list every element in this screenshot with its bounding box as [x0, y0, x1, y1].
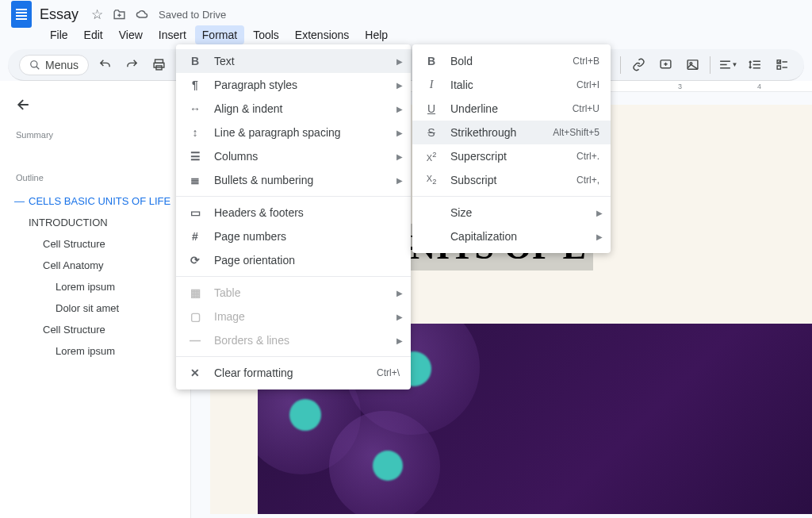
outline-item[interactable]: Dolor sit amet [11, 297, 174, 319]
star-icon[interactable]: ☆ [91, 6, 103, 23]
shortcut-label: Ctrl+I [576, 79, 599, 90]
menu-item-clear-formatting[interactable]: ✕Clear formattingCtrl+\ [176, 361, 411, 385]
bullets-numbering-icon: ≣ [187, 174, 203, 186]
menu-item-label: Headers & footers [214, 206, 304, 219]
insert-image-button[interactable] [681, 54, 703, 76]
menu-separator [412, 196, 611, 197]
redo-button[interactable] [121, 54, 143, 76]
menu-separator [176, 276, 411, 277]
shortcut-label: Ctrl+U [573, 103, 599, 114]
ruler-mark: 4 [757, 82, 761, 90]
line-spacing-button[interactable] [744, 54, 766, 76]
menu-item-label: Columns [214, 150, 258, 163]
back-button[interactable] [11, 89, 174, 124]
submenu-arrow-icon: ▶ [396, 336, 403, 345]
page-orientation-icon: ⟳ [187, 254, 203, 267]
submenu-arrow-icon: ▶ [396, 57, 403, 66]
paragraph-styles-icon: ¶ [187, 79, 203, 91]
menu-tools[interactable]: Tools [246, 25, 286, 44]
format-menu-dropdown: BText▶¶Paragraph styles▶↔Align & indent▶… [176, 44, 411, 389]
menu-file[interactable]: File [43, 25, 75, 44]
underline-icon: U [423, 102, 439, 115]
cloud-saved-icon [136, 8, 149, 21]
menu-item-label: Line & paragraph spacing [214, 126, 341, 139]
menu-item-label: Superscript [450, 150, 507, 163]
submenu-arrow-icon: ▶ [396, 176, 403, 185]
submenu-arrow-icon: ▶ [396, 105, 403, 113]
menu-item-label: Underline [450, 102, 498, 115]
summary-heading: Summary [11, 124, 174, 148]
outline-item[interactable]: Cell Structure [11, 319, 174, 340]
toolbar-separator [710, 56, 710, 74]
submenu-arrow-icon: ▶ [396, 81, 403, 90]
menu-item-page-numbers[interactable]: #Page numbers [176, 224, 411, 248]
align-button[interactable]: ▼ [717, 54, 739, 76]
menu-item-page-orientation[interactable]: ⟳Page orientation [176, 248, 411, 272]
menu-item-text[interactable]: BText▶ [176, 49, 411, 73]
add-comment-button[interactable] [654, 54, 676, 76]
menu-item-bold[interactable]: BBoldCtrl+B [412, 49, 611, 73]
text-submenu-dropdown: BBoldCtrl+BIItalicCtrl+IUUnderlineCtrl+U… [412, 44, 611, 253]
outline-item[interactable]: CELLS BASIC UNITS OF LIFE [11, 190, 174, 212]
outline-sidebar: Summary Outline CELLS BASIC UNITS OF LIF… [0, 81, 178, 518]
menu-item-paragraph-styles[interactable]: ¶Paragraph styles▶ [176, 73, 411, 97]
menu-separator [176, 196, 411, 197]
submenu-arrow-icon: ▶ [396, 289, 403, 297]
menu-item-label: Bold [450, 55, 473, 67]
menu-item-align-indent[interactable]: ↔Align & indent▶ [176, 97, 411, 121]
submenu-arrow-icon: ▶ [596, 232, 603, 241]
outline-item[interactable]: Cell Structure [11, 233, 174, 255]
text-icon: B [187, 55, 203, 67]
menus-label: Menus [45, 59, 79, 71]
outline-item[interactable]: Cell Anatomy [11, 255, 174, 276]
menu-edit[interactable]: Edit [77, 25, 110, 44]
document-title[interactable]: Essay [40, 6, 79, 23]
menu-format[interactable]: Format [195, 25, 244, 44]
menu-item-label: Strikethrough [450, 126, 516, 139]
menu-item-label: Paragraph styles [214, 79, 297, 91]
menu-separator [176, 356, 411, 357]
menu-help[interactable]: Help [358, 25, 395, 44]
strikethrough-icon: S [423, 126, 439, 139]
menu-item-label: Borders & lines [214, 334, 289, 347]
menu-item-subscript[interactable]: X2SubscriptCtrl+, [412, 168, 611, 192]
columns-icon: ☰ [187, 150, 203, 163]
menu-item-label: Align & indent [214, 102, 282, 115]
menu-item-size[interactable]: Size▶ [412, 201, 611, 224]
svg-point-0 [31, 60, 37, 67]
menu-item-label: Page numbers [214, 230, 286, 243]
shortcut-label: Ctrl+\ [377, 367, 400, 378]
menu-item-label: Bullets & numbering [214, 174, 313, 186]
print-button[interactable] [147, 54, 170, 76]
menu-item-columns[interactable]: ☰Columns▶ [176, 144, 411, 168]
checklist-button[interactable] [771, 54, 793, 76]
menu-insert[interactable]: Insert [151, 25, 193, 44]
outline-heading: Outline [11, 167, 174, 190]
menu-item-strikethrough[interactable]: SStrikethroughAlt+Shift+5 [412, 121, 611, 144]
shortcut-label: Ctrl+, [576, 175, 599, 186]
undo-button[interactable] [94, 54, 116, 76]
menu-item-superscript[interactable]: X2SuperscriptCtrl+. [412, 144, 611, 168]
insert-link-button[interactable] [627, 54, 649, 76]
docs-logo[interactable] [11, 1, 32, 28]
page-numbers-icon: # [187, 230, 203, 243]
menu-extensions[interactable]: Extensions [288, 25, 356, 44]
outline-item[interactable]: Lorem ipsum [11, 340, 174, 362]
subscript-icon: X2 [423, 174, 439, 186]
align-indent-icon: ↔ [187, 102, 203, 115]
move-icon[interactable] [113, 8, 126, 21]
menu-item-italic[interactable]: IItalicCtrl+I [412, 73, 611, 97]
menu-item-line-paragraph-spacing[interactable]: ↕Line & paragraph spacing▶ [176, 121, 411, 144]
menus-search[interactable]: Menus [19, 55, 89, 75]
outline-item[interactable]: INTRODUCTION [11, 212, 174, 233]
menu-item-underline[interactable]: UUnderlineCtrl+U [412, 97, 611, 121]
table-icon: ▦ [187, 286, 203, 299]
outline-item[interactable]: Lorem ipsum [11, 276, 174, 297]
menu-item-headers-footers[interactable]: ▭Headers & footers [176, 201, 411, 224]
menu-item-bullets-numbering[interactable]: ≣Bullets & numbering▶ [176, 168, 411, 192]
menu-item-capitalization[interactable]: Capitalization▶ [412, 224, 611, 248]
menu-view[interactable]: View [112, 25, 150, 44]
italic-icon: I [423, 79, 439, 91]
saved-status: Saved to Drive [159, 9, 226, 21]
shortcut-label: Ctrl+. [576, 151, 599, 162]
